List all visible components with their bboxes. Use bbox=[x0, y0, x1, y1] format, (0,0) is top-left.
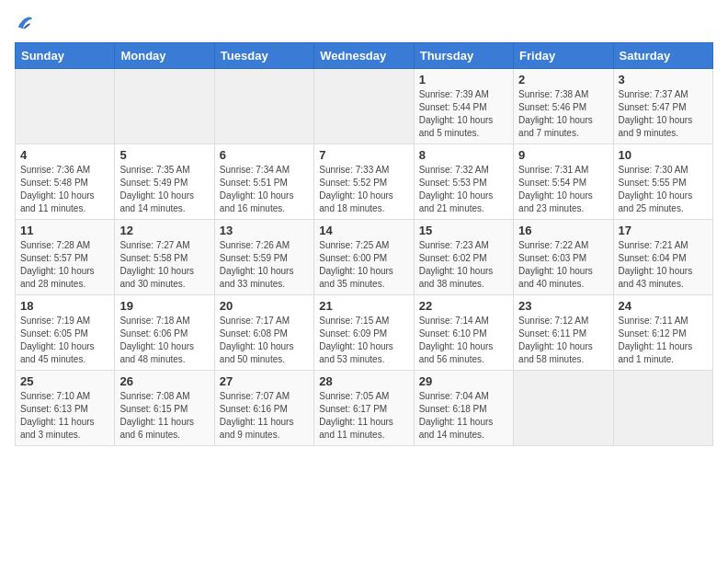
day-info: Sunrise: 7:27 AM Sunset: 5:58 PM Dayligh… bbox=[119, 239, 209, 291]
day-info: Sunrise: 7:35 AM Sunset: 5:49 PM Dayligh… bbox=[119, 164, 209, 215]
day-number: 29 bbox=[419, 374, 508, 388]
day-info: Sunrise: 7:11 AM Sunset: 6:12 PM Dayligh… bbox=[619, 315, 708, 366]
day-number: 18 bbox=[20, 299, 109, 313]
calendar-cell: 16Sunrise: 7:22 AM Sunset: 6:03 PM Dayli… bbox=[514, 220, 613, 295]
calendar-cell: 3Sunrise: 7:37 AM Sunset: 5:47 PM Daylig… bbox=[613, 69, 712, 144]
calendar-week-row: 1Sunrise: 7:39 AM Sunset: 5:44 PM Daylig… bbox=[16, 69, 713, 144]
calendar-cell bbox=[214, 69, 313, 144]
weekday-header-saturday: Saturday bbox=[613, 43, 712, 69]
day-info: Sunrise: 7:38 AM Sunset: 5:46 PM Dayligh… bbox=[518, 88, 608, 140]
calendar-week-row: 18Sunrise: 7:19 AM Sunset: 6:05 PM Dayli… bbox=[16, 295, 713, 371]
day-number: 9 bbox=[518, 148, 608, 162]
day-number: 2 bbox=[518, 73, 608, 86]
day-number: 3 bbox=[619, 73, 708, 86]
day-info: Sunrise: 7:15 AM Sunset: 6:09 PM Dayligh… bbox=[319, 315, 408, 366]
calendar-cell bbox=[115, 69, 214, 144]
calendar-cell: 21Sunrise: 7:15 AM Sunset: 6:09 PM Dayli… bbox=[314, 295, 414, 371]
calendar-cell: 12Sunrise: 7:27 AM Sunset: 5:58 PM Dayli… bbox=[115, 220, 214, 295]
calendar-cell: 6Sunrise: 7:34 AM Sunset: 5:51 PM Daylig… bbox=[214, 144, 313, 220]
calendar-cell: 18Sunrise: 7:19 AM Sunset: 6:05 PM Dayli… bbox=[16, 295, 115, 371]
logo bbox=[15, 15, 33, 31]
calendar-cell: 11Sunrise: 7:28 AM Sunset: 5:57 PM Dayli… bbox=[16, 220, 115, 295]
day-number: 14 bbox=[319, 224, 408, 237]
calendar-cell: 5Sunrise: 7:35 AM Sunset: 5:49 PM Daylig… bbox=[115, 144, 214, 220]
weekday-header-thursday: Thursday bbox=[414, 43, 513, 69]
day-number: 10 bbox=[619, 148, 708, 162]
calendar-cell: 27Sunrise: 7:07 AM Sunset: 6:16 PM Dayli… bbox=[214, 371, 313, 446]
day-info: Sunrise: 7:21 AM Sunset: 6:04 PM Dayligh… bbox=[619, 239, 708, 291]
day-number: 7 bbox=[319, 148, 408, 162]
day-number: 28 bbox=[319, 374, 408, 388]
calendar-cell: 19Sunrise: 7:18 AM Sunset: 6:06 PM Dayli… bbox=[115, 295, 214, 371]
day-info: Sunrise: 7:39 AM Sunset: 5:44 PM Dayligh… bbox=[419, 88, 508, 140]
day-number: 20 bbox=[220, 299, 309, 313]
day-number: 22 bbox=[419, 299, 508, 313]
day-number: 15 bbox=[419, 224, 508, 237]
day-info: Sunrise: 7:32 AM Sunset: 5:53 PM Dayligh… bbox=[419, 164, 508, 215]
day-number: 21 bbox=[319, 299, 408, 313]
calendar-cell: 25Sunrise: 7:10 AM Sunset: 6:13 PM Dayli… bbox=[16, 371, 115, 446]
day-info: Sunrise: 7:36 AM Sunset: 5:48 PM Dayligh… bbox=[20, 164, 109, 215]
calendar-cell: 8Sunrise: 7:32 AM Sunset: 5:53 PM Daylig… bbox=[414, 144, 513, 220]
day-info: Sunrise: 7:37 AM Sunset: 5:47 PM Dayligh… bbox=[619, 88, 708, 140]
day-info: Sunrise: 7:25 AM Sunset: 6:00 PM Dayligh… bbox=[319, 239, 408, 291]
calendar-week-row: 4Sunrise: 7:36 AM Sunset: 5:48 PM Daylig… bbox=[16, 144, 713, 220]
day-info: Sunrise: 7:31 AM Sunset: 5:54 PM Dayligh… bbox=[518, 164, 608, 215]
calendar-cell: 15Sunrise: 7:23 AM Sunset: 6:02 PM Dayli… bbox=[414, 220, 513, 295]
calendar-cell bbox=[514, 371, 613, 446]
day-info: Sunrise: 7:12 AM Sunset: 6:11 PM Dayligh… bbox=[518, 315, 608, 366]
day-number: 19 bbox=[119, 299, 209, 313]
calendar-cell: 1Sunrise: 7:39 AM Sunset: 5:44 PM Daylig… bbox=[414, 69, 513, 144]
calendar-table: SundayMondayTuesdayWednesdayThursdayFrid… bbox=[15, 42, 713, 446]
calendar-cell bbox=[613, 371, 712, 446]
calendar-week-row: 11Sunrise: 7:28 AM Sunset: 5:57 PM Dayli… bbox=[16, 220, 713, 295]
weekday-header-wednesday: Wednesday bbox=[314, 43, 414, 69]
day-number: 16 bbox=[518, 224, 608, 237]
calendar-cell bbox=[314, 69, 414, 144]
weekday-header-friday: Friday bbox=[514, 43, 613, 69]
day-info: Sunrise: 7:33 AM Sunset: 5:52 PM Dayligh… bbox=[319, 164, 408, 215]
day-info: Sunrise: 7:17 AM Sunset: 6:08 PM Dayligh… bbox=[220, 315, 309, 366]
weekday-header-sunday: Sunday bbox=[16, 43, 115, 69]
calendar-cell bbox=[16, 69, 115, 144]
day-info: Sunrise: 7:04 AM Sunset: 6:18 PM Dayligh… bbox=[419, 390, 508, 442]
calendar-cell: 9Sunrise: 7:31 AM Sunset: 5:54 PM Daylig… bbox=[514, 144, 613, 220]
day-number: 6 bbox=[220, 148, 309, 162]
day-info: Sunrise: 7:08 AM Sunset: 6:15 PM Dayligh… bbox=[119, 390, 209, 442]
day-number: 17 bbox=[619, 224, 708, 237]
calendar-cell: 10Sunrise: 7:30 AM Sunset: 5:55 PM Dayli… bbox=[613, 144, 712, 220]
day-number: 13 bbox=[220, 224, 309, 237]
day-number: 24 bbox=[619, 299, 708, 313]
calendar-cell: 4Sunrise: 7:36 AM Sunset: 5:48 PM Daylig… bbox=[16, 144, 115, 220]
calendar-cell: 7Sunrise: 7:33 AM Sunset: 5:52 PM Daylig… bbox=[314, 144, 414, 220]
day-number: 27 bbox=[220, 374, 309, 388]
day-number: 12 bbox=[119, 224, 209, 237]
calendar-cell: 22Sunrise: 7:14 AM Sunset: 6:10 PM Dayli… bbox=[414, 295, 513, 371]
page-header bbox=[15, 15, 713, 31]
calendar-week-row: 25Sunrise: 7:10 AM Sunset: 6:13 PM Dayli… bbox=[16, 371, 713, 446]
weekday-header-row: SundayMondayTuesdayWednesdayThursdayFrid… bbox=[16, 43, 713, 69]
day-number: 5 bbox=[119, 148, 209, 162]
calendar-cell: 14Sunrise: 7:25 AM Sunset: 6:00 PM Dayli… bbox=[314, 220, 414, 295]
calendar-cell: 23Sunrise: 7:12 AM Sunset: 6:11 PM Dayli… bbox=[514, 295, 613, 371]
day-number: 1 bbox=[419, 73, 508, 86]
logo-bird-icon bbox=[17, 15, 33, 31]
day-number: 23 bbox=[518, 299, 608, 313]
calendar-cell: 13Sunrise: 7:26 AM Sunset: 5:59 PM Dayli… bbox=[214, 220, 313, 295]
day-info: Sunrise: 7:14 AM Sunset: 6:10 PM Dayligh… bbox=[419, 315, 508, 366]
calendar-cell: 17Sunrise: 7:21 AM Sunset: 6:04 PM Dayli… bbox=[613, 220, 712, 295]
day-info: Sunrise: 7:19 AM Sunset: 6:05 PM Dayligh… bbox=[20, 315, 109, 366]
day-number: 26 bbox=[119, 374, 209, 388]
calendar-cell: 29Sunrise: 7:04 AM Sunset: 6:18 PM Dayli… bbox=[414, 371, 513, 446]
calendar-cell: 20Sunrise: 7:17 AM Sunset: 6:08 PM Dayli… bbox=[214, 295, 313, 371]
day-info: Sunrise: 7:22 AM Sunset: 6:03 PM Dayligh… bbox=[518, 239, 608, 291]
day-number: 4 bbox=[20, 148, 109, 162]
calendar-cell: 26Sunrise: 7:08 AM Sunset: 6:15 PM Dayli… bbox=[115, 371, 214, 446]
day-info: Sunrise: 7:05 AM Sunset: 6:17 PM Dayligh… bbox=[319, 390, 408, 442]
day-info: Sunrise: 7:28 AM Sunset: 5:57 PM Dayligh… bbox=[20, 239, 109, 291]
day-info: Sunrise: 7:34 AM Sunset: 5:51 PM Dayligh… bbox=[220, 164, 309, 215]
day-info: Sunrise: 7:18 AM Sunset: 6:06 PM Dayligh… bbox=[119, 315, 209, 366]
calendar-cell: 2Sunrise: 7:38 AM Sunset: 5:46 PM Daylig… bbox=[514, 69, 613, 144]
calendar-cell: 28Sunrise: 7:05 AM Sunset: 6:17 PM Dayli… bbox=[314, 371, 414, 446]
day-number: 8 bbox=[419, 148, 508, 162]
